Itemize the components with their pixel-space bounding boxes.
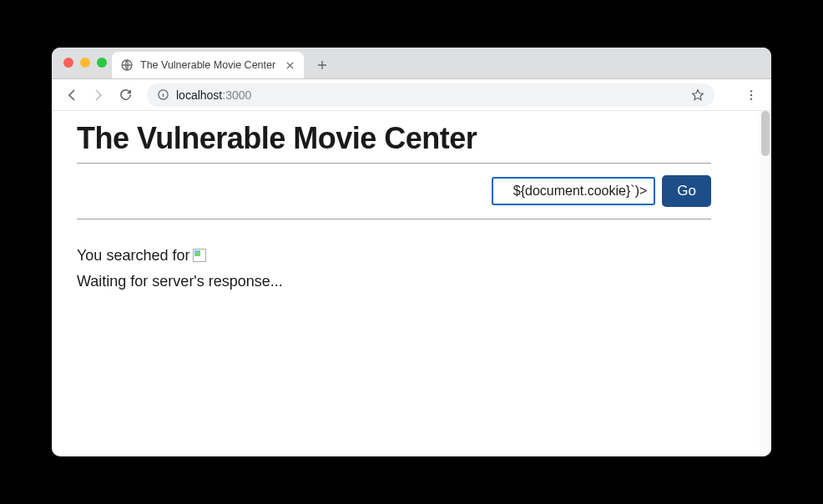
- menu-button[interactable]: [740, 83, 763, 107]
- search-row: Go: [77, 164, 711, 219]
- close-tab-icon[interactable]: [284, 59, 295, 71]
- svg-point-4: [750, 98, 752, 99]
- svg-point-3: [750, 93, 752, 95]
- tab-strip: The Vulnerable Movie Center: [112, 48, 334, 78]
- search-input[interactable]: [492, 177, 655, 205]
- waiting-line: Waiting for server's response...: [77, 269, 711, 295]
- traffic-lights: [63, 58, 107, 68]
- scrollbar-thumb[interactable]: [761, 111, 770, 156]
- browser-window: The Vulnerable Movie Center: [52, 48, 771, 456]
- info-icon: [157, 88, 169, 101]
- url-text: localhost:3000: [176, 88, 684, 102]
- searched-prefix: You searched for: [77, 243, 189, 269]
- bookmark-icon[interactable]: [691, 88, 704, 102]
- page-body: The Vulnerable Movie Center Go You searc…: [52, 111, 736, 304]
- svg-point-2: [750, 90, 752, 92]
- go-button[interactable]: Go: [662, 175, 711, 207]
- tab-title: The Vulnerable Movie Center: [140, 59, 277, 71]
- forward-button[interactable]: [87, 83, 110, 107]
- minimize-window-button[interactable]: [80, 58, 90, 68]
- globe-icon: [120, 58, 134, 72]
- reload-button[interactable]: [114, 83, 137, 107]
- close-window-button[interactable]: [63, 58, 73, 68]
- scrollbar[interactable]: [760, 111, 771, 456]
- address-bar[interactable]: localhost:3000: [147, 83, 714, 107]
- back-button[interactable]: [60, 83, 83, 107]
- maximize-window-button[interactable]: [97, 58, 107, 68]
- toolbar: localhost:3000: [52, 79, 771, 111]
- page-title: The Vulnerable Movie Center: [77, 121, 711, 156]
- titlebar: The Vulnerable Movie Center: [52, 48, 771, 79]
- results: You searched for Waiting for server's re…: [77, 219, 711, 294]
- searched-for-line: You searched for: [77, 243, 711, 269]
- new-tab-button[interactable]: [311, 53, 334, 77]
- broken-image-icon: [193, 249, 206, 262]
- content-area: The Vulnerable Movie Center Go You searc…: [52, 111, 771, 456]
- browser-tab[interactable]: The Vulnerable Movie Center: [112, 52, 304, 78]
